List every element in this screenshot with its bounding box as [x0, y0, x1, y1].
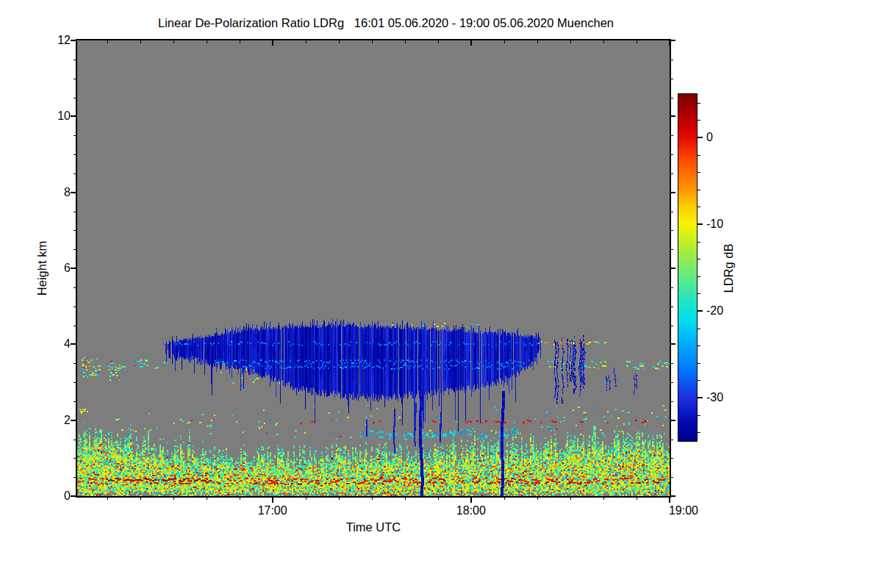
tick-mark	[698, 276, 700, 277]
tick-mark	[240, 40, 240, 43]
tick-mark	[670, 192, 675, 193]
tick-mark	[74, 326, 77, 326]
tick-mark	[698, 259, 700, 259]
tick-mark	[698, 310, 703, 312]
tick-mark	[272, 496, 273, 503]
tick-mark	[698, 103, 700, 104]
tick-mark	[306, 40, 306, 43]
tick-mark	[670, 306, 673, 307]
tick-mark	[698, 120, 700, 121]
tick-mark	[74, 287, 77, 288]
tick-mark	[74, 401, 77, 402]
tick-mark	[173, 40, 174, 43]
y-tick-label: 6	[22, 262, 71, 275]
tick-mark	[140, 40, 141, 43]
tick-mark	[670, 495, 675, 497]
tick-mark	[670, 98, 673, 98]
tick-mark	[74, 135, 77, 136]
tick-mark	[74, 440, 77, 440]
tick-mark	[603, 40, 604, 43]
tick-mark	[71, 268, 77, 269]
tick-mark	[570, 496, 571, 500]
tick-mark	[570, 40, 571, 43]
tick-mark	[74, 306, 77, 307]
tick-mark	[339, 40, 340, 43]
tick-mark	[670, 458, 673, 459]
tick-mark	[670, 363, 673, 364]
tick-mark	[71, 420, 77, 421]
tick-mark	[438, 496, 439, 500]
tick-mark	[670, 212, 673, 212]
tick-mark	[698, 190, 700, 190]
tick-mark	[272, 40, 273, 46]
tick-mark	[470, 496, 472, 503]
tick-mark	[71, 495, 77, 497]
heatmap-canvas	[77, 40, 670, 496]
tick-mark	[405, 40, 406, 43]
tick-mark	[698, 329, 700, 329]
y-tick-label: 4	[22, 337, 71, 351]
tick-mark	[637, 40, 637, 43]
tick-mark	[698, 432, 700, 433]
tick-mark	[670, 154, 673, 155]
tick-mark	[670, 60, 673, 60]
tick-mark	[74, 363, 77, 364]
y-tick-label: 0	[22, 490, 71, 503]
y-tick-label: 10	[22, 110, 71, 123]
tick-mark	[74, 212, 77, 212]
colorbar-tick-label: -20	[706, 304, 743, 318]
tick-mark	[670, 79, 673, 79]
y-tick-label: 2	[22, 414, 71, 427]
x-axis-label: Time UTC	[346, 520, 401, 534]
tick-mark	[140, 496, 141, 500]
tick-mark	[71, 115, 77, 117]
tick-mark	[537, 496, 538, 500]
tick-mark	[670, 173, 673, 174]
tick-mark	[438, 40, 439, 43]
tick-mark	[71, 40, 77, 41]
chart-title: Linear De-Polarization Ratio LDRg 16:01 …	[0, 16, 772, 30]
tick-mark	[670, 287, 673, 288]
tick-mark	[207, 40, 207, 43]
tick-mark	[670, 343, 675, 345]
tick-mark	[670, 249, 673, 250]
tick-mark	[698, 397, 703, 398]
y-tick-label: 12	[22, 34, 71, 47]
tick-mark	[504, 496, 505, 500]
tick-mark	[74, 249, 77, 250]
tick-mark	[698, 363, 700, 364]
colorbar-tick-label: -30	[706, 391, 743, 404]
x-tick-label: 17:00	[243, 504, 302, 517]
tick-mark	[306, 496, 306, 500]
tick-mark	[698, 223, 703, 225]
tick-mark	[698, 155, 700, 156]
tick-mark	[74, 477, 77, 478]
y-tick-label: 8	[22, 186, 71, 199]
tick-mark	[339, 496, 340, 500]
tick-mark	[670, 115, 675, 117]
tick-mark	[74, 458, 77, 459]
tick-mark	[537, 40, 538, 43]
tick-mark	[670, 382, 673, 383]
x-tick-label: 19:00	[654, 504, 713, 517]
tick-mark	[670, 230, 673, 231]
tick-mark	[107, 496, 108, 500]
tick-mark	[698, 242, 700, 243]
tick-mark	[71, 192, 77, 193]
tick-mark	[670, 477, 673, 478]
tick-mark	[698, 380, 700, 381]
tick-mark	[74, 79, 77, 79]
ldr-time-height-figure: Linear De-Polarization Ratio LDRg 16:01 …	[0, 0, 882, 588]
colorbar-tick-label: -10	[706, 218, 743, 231]
tick-mark	[670, 135, 673, 136]
tick-mark	[698, 415, 700, 416]
tick-mark	[698, 345, 700, 346]
tick-mark	[669, 40, 670, 46]
tick-mark	[107, 40, 108, 43]
x-tick-label: 18:00	[442, 504, 501, 517]
tick-mark	[74, 154, 77, 155]
tick-mark	[603, 496, 604, 500]
tick-mark	[71, 343, 77, 345]
tick-mark	[372, 40, 373, 43]
tick-mark	[669, 496, 670, 503]
